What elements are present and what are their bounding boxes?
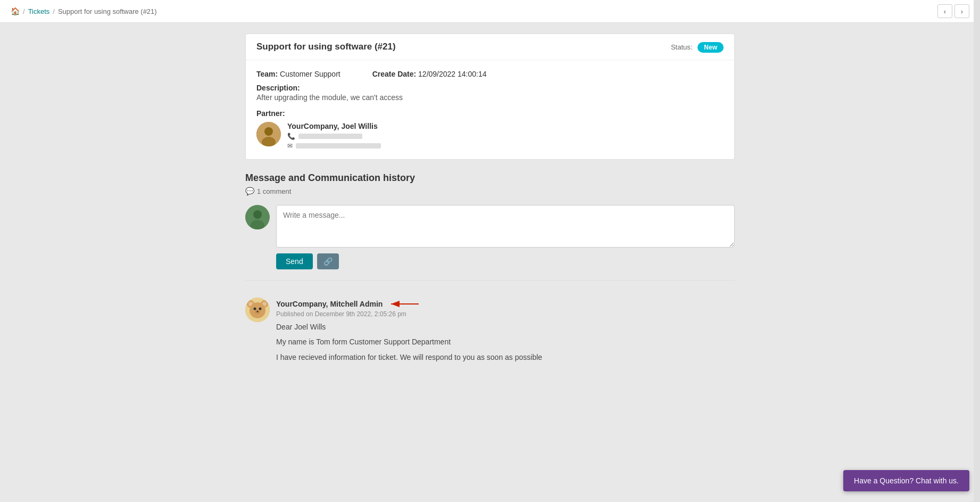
breadcrumb: 🏠 / Tickets / Support for using software… bbox=[11, 7, 157, 15]
partner-phone bbox=[298, 134, 362, 139]
status-label: Status: bbox=[671, 43, 692, 51]
attach-button[interactable]: 🔗 bbox=[317, 253, 339, 269]
status-badge: New bbox=[697, 42, 724, 53]
create-date-label: Create Date: bbox=[372, 70, 416, 78]
partner-label: Partner: bbox=[256, 109, 724, 118]
send-button[interactable]: Send bbox=[276, 253, 313, 269]
annotation-arrow bbox=[387, 298, 424, 310]
message-author-avatar bbox=[245, 298, 270, 322]
description-label: Description: bbox=[256, 84, 724, 92]
email-icon: ✉ bbox=[287, 142, 293, 150]
compose-avatar bbox=[245, 205, 270, 229]
attach-icon: 🔗 bbox=[323, 257, 333, 266]
partner-email-row: ✉ bbox=[287, 142, 381, 150]
message-divider bbox=[245, 280, 735, 281]
create-date-field: Create Date: 12/09/2022 14:00:14 bbox=[372, 70, 487, 78]
scrollbar[interactable] bbox=[974, 0, 980, 396]
comment-count-text: 1 comment bbox=[257, 187, 291, 195]
ticket-header: Support for using software (#21) Status:… bbox=[246, 34, 734, 60]
partner-block: Partner: YourCompany, Joel Willis bbox=[256, 109, 724, 150]
partner-avatar bbox=[256, 122, 281, 146]
breadcrumb-tickets-link[interactable]: Tickets bbox=[28, 7, 50, 15]
next-ticket-button[interactable]: › bbox=[954, 4, 969, 18]
svg-point-12 bbox=[254, 308, 256, 310]
message-content: YourCompany, Mitchell Admin Published on… bbox=[276, 298, 735, 366]
partner-details: YourCompany, Joel Willis 📞 ✉ bbox=[287, 122, 381, 150]
prev-ticket-button[interactable]: ‹ bbox=[937, 4, 952, 18]
team-label: Team: bbox=[256, 70, 278, 78]
partner-name: YourCompany, Joel Willis bbox=[287, 122, 381, 130]
message-body: Dear Joel Wills My name is Tom form Cust… bbox=[276, 321, 735, 363]
message-input[interactable] bbox=[276, 205, 735, 248]
message-item: YourCompany, Mitchell Admin Published on… bbox=[245, 289, 735, 375]
compose-actions: Send 🔗 bbox=[276, 253, 735, 269]
partner-email bbox=[296, 143, 381, 149]
message-line1: My name is Tom form Customer Support Dep… bbox=[276, 336, 735, 348]
ticket-title: Support for using software (#21) bbox=[256, 42, 396, 52]
home-icon[interactable]: 🏠 bbox=[11, 7, 20, 15]
status-container: Status: New bbox=[671, 43, 724, 51]
breadcrumb-navigation: ‹ › bbox=[937, 4, 969, 18]
communication-section: Message and Communication history 💬 1 co… bbox=[245, 172, 735, 375]
breadcrumb-bar: 🏠 / Tickets / Support for using software… bbox=[0, 0, 980, 23]
description-value: After upgrading the module, we can't acc… bbox=[256, 93, 724, 102]
message-date: Published on December 9th 2022, 2:05:26 … bbox=[276, 310, 735, 318]
comment-count: 💬 1 comment bbox=[245, 187, 735, 195]
create-date-value: 12/09/2022 14:00:14 bbox=[418, 70, 486, 78]
svg-point-1 bbox=[264, 127, 273, 136]
partner-info: YourCompany, Joel Willis 📞 ✉ bbox=[256, 122, 724, 150]
svg-point-13 bbox=[259, 308, 262, 310]
comm-title: Message and Communication history bbox=[245, 172, 735, 184]
team-value: Customer Support bbox=[280, 70, 340, 78]
description-block: Description: After upgrading the module,… bbox=[256, 84, 724, 102]
phone-icon: 📞 bbox=[287, 133, 295, 140]
breadcrumb-current-page: Support for using software (#21) bbox=[58, 7, 157, 15]
partner-phone-row: 📞 bbox=[287, 133, 381, 140]
team-field: Team: Customer Support bbox=[256, 70, 340, 78]
message-line2: I have recieved information for ticket. … bbox=[276, 351, 735, 363]
message-author: YourCompany, Mitchell Admin bbox=[276, 300, 383, 308]
comment-icon: 💬 bbox=[245, 187, 254, 195]
svg-point-15 bbox=[257, 311, 259, 312]
ticket-meta-row: Team: Customer Support Create Date: 12/0… bbox=[256, 70, 724, 78]
breadcrumb-separator-2: / bbox=[53, 7, 55, 15]
ticket-body: Team: Customer Support Create Date: 12/0… bbox=[246, 60, 734, 159]
compose-right: Send 🔗 bbox=[276, 205, 735, 269]
ticket-card: Support for using software (#21) Status:… bbox=[245, 34, 735, 160]
message-greeting: Dear Joel Wills bbox=[276, 321, 735, 333]
compose-area: Send 🔗 bbox=[245, 205, 735, 269]
svg-point-4 bbox=[253, 210, 262, 219]
breadcrumb-separator: / bbox=[23, 7, 25, 15]
